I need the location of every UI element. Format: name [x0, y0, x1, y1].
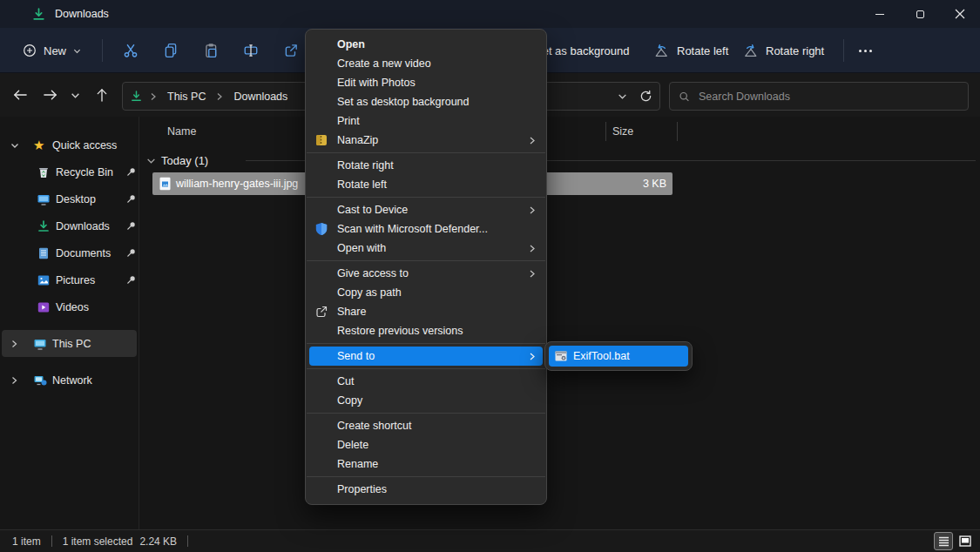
pin-icon [125, 274, 137, 286]
menu-item-send-to[interactable]: Send to [309, 347, 543, 366]
large-icons-view-button[interactable] [956, 532, 975, 550]
column-header-name[interactable]: Name [167, 125, 196, 138]
menu-item-open[interactable]: Open [306, 35, 546, 54]
sidebar-item-documents[interactable]: Documents [2, 239, 137, 266]
minimize-button[interactable] [860, 0, 900, 28]
forward-button[interactable] [37, 81, 63, 109]
sidebar-item-this-pc[interactable]: This PC [2, 330, 137, 357]
titlebar: Downloads [0, 0, 980, 28]
up-icon [96, 88, 108, 103]
status-divider [187, 535, 188, 547]
search-input[interactable] [699, 91, 959, 103]
new-button[interactable]: New [12, 37, 91, 64]
menu-item-create-a-new-video[interactable]: Create a new video [306, 54, 546, 73]
submenu-arrow-icon [529, 136, 536, 145]
cut-button[interactable] [113, 35, 148, 66]
column-header-size[interactable]: Size [612, 125, 633, 138]
menu-item-set-as-desktop-background[interactable]: Set as desktop background [306, 92, 546, 111]
refresh-icon[interactable] [639, 90, 652, 103]
chevron-down-icon [146, 156, 156, 165]
submenu-item-exiftool-bat[interactable]: ExifTool.bat [549, 346, 688, 367]
share-button[interactable] [274, 35, 308, 66]
menu-separator [307, 152, 545, 153]
menu-item-copy[interactable]: Copy [306, 391, 546, 410]
search-box[interactable] [669, 82, 969, 111]
back-button[interactable] [7, 81, 33, 109]
maximize-icon [916, 10, 924, 18]
menu-item-properties[interactable]: Properties [306, 480, 546, 499]
sidebar-item-quick-access[interactable]: ★ Quick access [2, 131, 137, 158]
menu-item-copy-as-path[interactable]: Copy as path [306, 283, 546, 302]
file-name: william-henry-gates-iii.jpg [176, 178, 298, 190]
paste-icon [203, 43, 219, 58]
menu-separator [307, 476, 545, 477]
menu-item-share[interactable]: Share [306, 302, 546, 321]
menu-item-delete[interactable]: Delete [306, 435, 546, 454]
menu-item-print[interactable]: Print [306, 111, 546, 131]
sidebar-item-label: Recycle Bin [56, 166, 113, 178]
chevron-down-icon [71, 91, 80, 100]
sidebar-item-label: Videos [56, 301, 89, 313]
menu-item-give-access-to[interactable]: Give access to [306, 264, 546, 283]
rename-icon [243, 43, 259, 58]
pin-icon [125, 166, 137, 178]
status-item-count: 1 item [12, 535, 41, 548]
column-divider[interactable] [605, 122, 606, 141]
set-as-background-label: Set as background [535, 44, 629, 57]
forward-icon [43, 89, 57, 101]
maximize-button[interactable] [900, 0, 940, 28]
breadcrumb-downloads[interactable]: Downloads [230, 88, 291, 105]
rotate-left-icon [653, 43, 670, 59]
toolbar-divider [843, 39, 844, 62]
menu-item-rename[interactable]: Rename [306, 454, 546, 474]
sidebar-item-label: Desktop [56, 193, 96, 205]
menu-item-cast-to-device[interactable]: Cast to Device [306, 200, 546, 219]
sidebar-item-network[interactable]: Network [2, 367, 137, 394]
menu-item-cut[interactable]: Cut [306, 372, 546, 391]
send-to-submenu: ExifTool.bat [544, 341, 693, 371]
sidebar-item-label: This PC [52, 338, 91, 350]
close-button[interactable] [940, 0, 980, 28]
up-button[interactable] [89, 81, 115, 109]
breadcrumb-this-pc[interactable]: This PC [164, 88, 209, 105]
recent-locations-button[interactable] [64, 81, 85, 109]
sidebar-item-label: Quick access [52, 139, 117, 151]
menu-item-edit-with-photos[interactable]: Edit with Photos [306, 73, 546, 92]
sidebar-item-recycle-bin[interactable]: Recycle Bin [2, 158, 137, 185]
menu-item-create-shortcut[interactable]: Create shortcut [306, 416, 546, 435]
sidebar-item-pictures[interactable]: Pictures [2, 266, 137, 293]
rotate-right-button[interactable]: Rotate right [742, 28, 824, 73]
menu-item-open-with[interactable]: Open with [306, 239, 546, 258]
see-more-button[interactable] [859, 28, 872, 73]
close-icon [955, 9, 965, 19]
sidebar-item-label: Pictures [56, 274, 95, 286]
set-as-background-button[interactable]: Set as background [535, 28, 629, 73]
rotate-left-button[interactable]: Rotate left [653, 28, 728, 73]
menu-item-rotate-left[interactable]: Rotate left [306, 175, 546, 194]
menu-item-scan-with-microsoft-defender[interactable]: Scan with Microsoft Defender... [306, 219, 546, 239]
copy-button[interactable] [153, 35, 188, 66]
submenu-arrow-icon [529, 205, 536, 215]
sidebar-item-downloads[interactable]: Downloads [2, 212, 137, 239]
menu-separator [307, 368, 545, 369]
sidebar-item-label: Downloads [56, 220, 110, 232]
status-divider [51, 535, 52, 547]
rotate-left-label: Rotate left [677, 44, 728, 57]
menu-item-nanazip[interactable]: NanaZip [306, 131, 546, 150]
pictures-icon [37, 273, 51, 287]
paste-button[interactable] [193, 35, 228, 66]
details-view-button[interactable] [934, 532, 953, 550]
videos-icon [37, 300, 51, 314]
sidebar-item-desktop[interactable]: Desktop [2, 185, 137, 212]
window-title: Downloads [55, 8, 109, 20]
minimize-icon [875, 14, 884, 15]
rename-button[interactable] [233, 35, 268, 66]
menu-item-restore-previous-versions[interactable]: Restore previous versions [306, 321, 546, 340]
column-divider[interactable] [677, 122, 678, 141]
sidebar-item-videos[interactable]: Videos [2, 293, 137, 320]
menu-item-rotate-right[interactable]: Rotate right [306, 156, 546, 175]
address-dropdown-icon[interactable] [618, 91, 627, 101]
documents-icon [37, 246, 51, 260]
batch-file-icon [554, 349, 568, 363]
chevron-right-icon [10, 376, 18, 385]
